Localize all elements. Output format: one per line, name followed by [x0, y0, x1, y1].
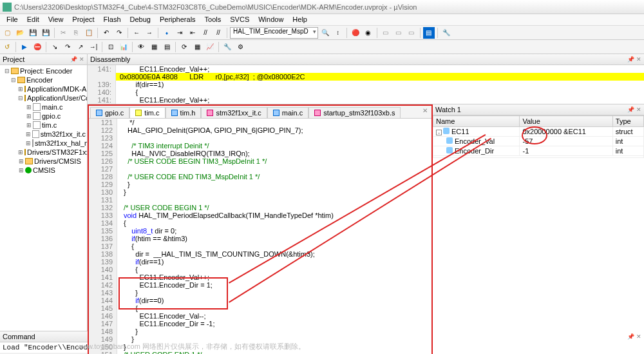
- watch-row[interactable]: -EC110x20000000 &EC11struct: [433, 127, 644, 137]
- tools-icon[interactable]: 🔧: [222, 41, 233, 53]
- trace-icon[interactable]: ⟳: [178, 41, 190, 53]
- watch-row[interactable]: Encoder_Val-57int: [433, 137, 644, 146]
- panel-close-icon[interactable]: 📌 ✕: [627, 333, 641, 340]
- paste-icon[interactable]: 📋: [83, 27, 95, 39]
- save-icon[interactable]: 💾: [27, 27, 39, 39]
- tree-file[interactable]: ⊞stm32f1xx_it.c: [1, 130, 86, 139]
- menu-file[interactable]: File: [3, 14, 22, 25]
- menu-debug[interactable]: Debug: [126, 14, 155, 25]
- menu-view[interactable]: View: [44, 14, 68, 25]
- tree-file[interactable]: ⊞stm32f1xx_hal_msp: [1, 139, 86, 148]
- breakpoint-icon[interactable]: ◉: [363, 27, 374, 39]
- project-tree[interactable]: ⊟Project: Encoder⊟Encoder⊞Application/MD…: [0, 65, 87, 331]
- bookmark-icon[interactable]: ⬧: [161, 27, 173, 39]
- options-icon[interactable]: ⚙: [234, 41, 246, 53]
- watch-table[interactable]: NameValueType-EC110x20000000 &EC11struct…: [433, 115, 644, 158]
- menu-help[interactable]: Help: [289, 14, 311, 25]
- menu-flash[interactable]: Flash: [100, 14, 125, 25]
- menu-tools[interactable]: Tools: [201, 14, 225, 25]
- indent-icon[interactable]: ⇥: [174, 27, 185, 39]
- open-icon[interactable]: 📂: [14, 27, 26, 39]
- code-line[interactable]: 129 }: [89, 181, 431, 188]
- perf-icon[interactable]: 📈: [204, 41, 216, 53]
- window3-icon[interactable]: ▭: [406, 27, 417, 39]
- code-line[interactable]: 128 /* USER CODE END TIM3_MspDeInit 1 */: [89, 173, 431, 181]
- tree-group[interactable]: ⊞Application/MDK-ARM: [1, 84, 86, 93]
- code-line[interactable]: 131: [89, 196, 431, 204]
- tree-file[interactable]: ⊞main.c: [1, 103, 86, 112]
- code-line[interactable]: 135 uint8_t dir = 0;: [89, 227, 431, 235]
- serial-icon[interactable]: ⊡: [105, 41, 117, 53]
- tree-file[interactable]: ⊞gpio.c: [1, 112, 86, 121]
- code-line[interactable]: 125 HAL_NVIC_DisableIRQ(TIM3_IRQn);: [89, 150, 431, 157]
- panel-close-icon[interactable]: 📌 ✕: [627, 56, 641, 63]
- code-view[interactable]: 121 */122 HAL_GPIO_DeInit(GPIOA, GPIO_PI…: [89, 119, 431, 354]
- find-combo[interactable]: HAL_TIM_Encoder_MspD: [230, 27, 318, 39]
- undo-icon[interactable]: ↶: [100, 27, 112, 39]
- menu-window[interactable]: Window: [254, 14, 287, 25]
- code-line[interactable]: 134{: [89, 219, 431, 227]
- nav-back-icon[interactable]: ←: [131, 27, 142, 39]
- new-icon[interactable]: ▢: [1, 27, 13, 39]
- comment-icon[interactable]: //: [200, 27, 211, 39]
- tab-stm32f1xx_it.c[interactable]: stm32f1xx_it.c: [201, 107, 267, 118]
- tree-group[interactable]: ⊟Application/User/Core: [1, 93, 86, 103]
- step-into-icon[interactable]: ↘: [49, 41, 61, 53]
- window2-icon[interactable]: ▭: [393, 27, 404, 39]
- code-line[interactable]: 121 */: [89, 119, 431, 126]
- tree-group[interactable]: ⊞CMSIS: [1, 166, 86, 175]
- code-line[interactable]: 143 }: [89, 289, 431, 297]
- panel-pin-icon[interactable]: 📌 ✕: [70, 56, 84, 63]
- tree-target[interactable]: ⊟Encoder: [1, 75, 86, 84]
- code-line[interactable]: 127: [89, 165, 431, 173]
- uncomment-icon[interactable]: //: [213, 27, 224, 39]
- code-line[interactable]: 146 EC11.Encoder_Val--;: [89, 312, 431, 320]
- tab-tim.h[interactable]: tim.h: [166, 107, 202, 118]
- code-line[interactable]: 142 EC11.Encoder_Dir = 1;: [89, 281, 431, 289]
- tab-main.c[interactable]: main.c: [267, 107, 308, 118]
- watch-col[interactable]: Type: [612, 116, 643, 127]
- outdent-icon[interactable]: ⇤: [187, 27, 198, 39]
- run-to-icon[interactable]: →|: [88, 41, 99, 53]
- code-line[interactable]: 136 if(htim == &htim3): [89, 235, 431, 242]
- menu-svcs[interactable]: SVCS: [226, 14, 253, 25]
- code-line[interactable]: 124 /* TIM3 interrupt Deinit */: [89, 142, 431, 150]
- tab-tim.c[interactable]: tim.c: [129, 107, 165, 118]
- memory-icon[interactable]: ▦: [148, 41, 160, 53]
- watch-col[interactable]: Name: [433, 116, 520, 127]
- menu-peripherals[interactable]: Peripherals: [156, 14, 200, 25]
- code-line[interactable]: 123: [89, 134, 431, 142]
- copy-icon[interactable]: ⎘: [70, 27, 82, 39]
- coverage-icon[interactable]: ▦: [191, 41, 203, 53]
- analysis-icon[interactable]: 📊: [118, 41, 129, 53]
- find-icon[interactable]: 🔍: [319, 27, 331, 39]
- watch-col[interactable]: Value: [520, 116, 612, 127]
- cut-icon[interactable]: ✂: [57, 27, 69, 39]
- tree-root[interactable]: ⊟Project: Encoder: [1, 66, 86, 75]
- code-line[interactable]: 133void HAL_TIM_PeriodElapsedCallback(TI…: [89, 211, 431, 219]
- code-line[interactable]: 147 EC11.Encoder_Dir = -1;: [89, 320, 431, 328]
- save-all-icon[interactable]: 💾: [40, 27, 52, 39]
- code-line[interactable]: 139 if(dir==1): [89, 258, 431, 266]
- panel-close-icon[interactable]: 📌 ✕: [627, 106, 641, 113]
- tab-close-icon[interactable]: ✕: [420, 107, 430, 118]
- tree-group[interactable]: ⊞Drivers/STM32F1xx_HA: [1, 148, 86, 157]
- redo-icon[interactable]: ↷: [113, 27, 125, 39]
- nav-fwd-icon[interactable]: →: [144, 27, 155, 39]
- code-line[interactable]: 148 }: [89, 328, 431, 335]
- step-out-icon[interactable]: ↗: [75, 41, 86, 53]
- register-icon[interactable]: ▤: [161, 41, 173, 53]
- replace-icon[interactable]: ↕: [332, 27, 344, 39]
- code-line[interactable]: 144 if(dir==0): [89, 297, 431, 304]
- code-line[interactable]: 137 {: [89, 242, 431, 250]
- code-line[interactable]: 145 {: [89, 304, 431, 312]
- run-icon[interactable]: ▶: [19, 41, 30, 53]
- watch-icon[interactable]: 👁: [135, 41, 147, 53]
- menu-project[interactable]: Project: [68, 14, 98, 25]
- code-line[interactable]: 122 HAL_GPIO_DeInit(GPIOA, GPIO_PIN_6|GP…: [89, 126, 431, 134]
- code-line[interactable]: 132/* USER CODE BEGIN 1 */: [89, 204, 431, 211]
- tool-icon[interactable]: 🔧: [440, 27, 452, 39]
- code-line[interactable]: 126 /* USER CODE BEGIN TIM3_MspDeInit 1 …: [89, 157, 431, 165]
- tab-gpio.c[interactable]: gpio.c: [90, 107, 129, 118]
- config-icon[interactable]: ▤: [423, 27, 435, 39]
